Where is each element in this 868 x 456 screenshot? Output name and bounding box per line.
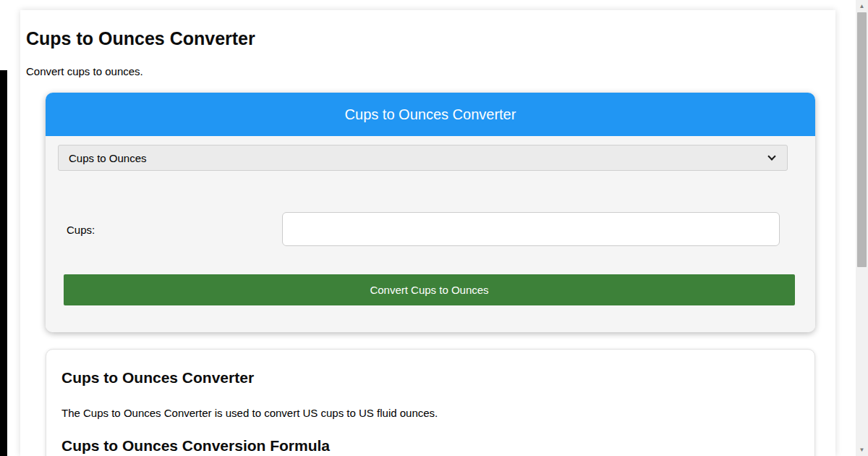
- article-formula-heading: Cups to Ounces Conversion Formula: [61, 437, 799, 455]
- scrollbar-thumb[interactable]: [857, 12, 867, 267]
- unit-select[interactable]: Cups to Ounces: [58, 145, 788, 171]
- cups-input[interactable]: [282, 212, 780, 246]
- article-card: Cups to Ounces Converter The Cups to Oun…: [46, 349, 815, 456]
- converter-form: Cups to Ounces Cups: Convert Cups to Oun…: [46, 136, 815, 332]
- scroll-up-button[interactable]: ▲: [856, 0, 868, 12]
- article-description: The Cups to Ounces Converter is used to …: [61, 407, 799, 419]
- converter-card-title: Cups to Ounces Converter: [345, 106, 516, 123]
- converter-card-header: Cups to Ounces Converter: [46, 93, 815, 136]
- scrollbar[interactable]: ▲ ▼: [856, 0, 868, 456]
- chevron-down-icon: [767, 152, 775, 160]
- cups-field-label: Cups:: [67, 224, 95, 236]
- converter-card: Cups to Ounces Converter Cups to Ounces …: [46, 93, 815, 332]
- unit-select-value: Cups to Ounces: [69, 152, 147, 164]
- article-heading: Cups to Ounces Converter: [61, 369, 799, 387]
- scroll-down-button[interactable]: ▼: [856, 444, 868, 456]
- page-intro-text: Convert cups to ounces.: [26, 65, 830, 77]
- page-title: Cups to Ounces Converter: [26, 28, 830, 49]
- window-edge-strip: [0, 70, 7, 456]
- page-container: Cups to Ounces Converter Convert cups to…: [20, 10, 835, 456]
- convert-button[interactable]: Convert Cups to Ounces: [64, 274, 795, 305]
